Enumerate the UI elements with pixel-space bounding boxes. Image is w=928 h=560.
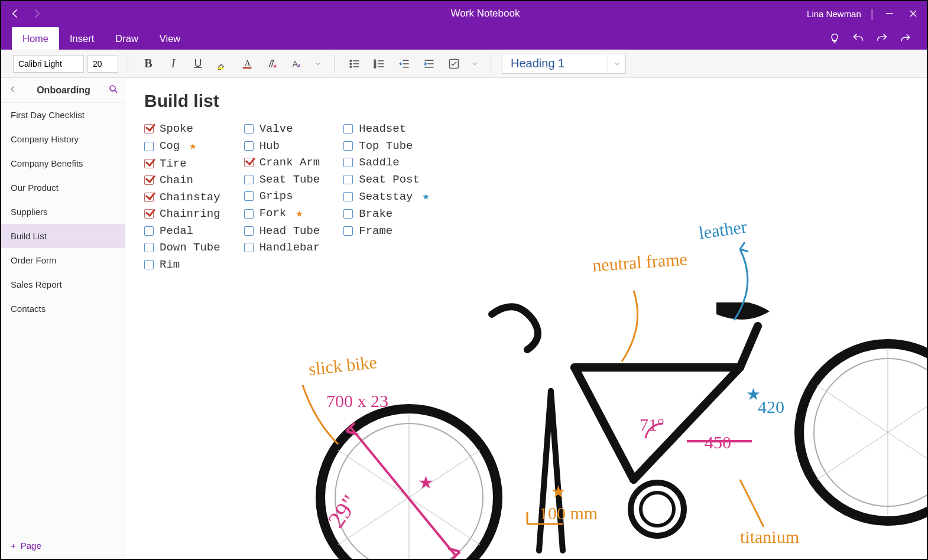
checklist-item[interactable]: Frame <box>343 223 429 240</box>
heading-style-select[interactable]: Heading 1 <box>502 54 608 74</box>
checklist-label: Chainstay <box>160 189 220 206</box>
paragraph-more-button[interactable] <box>468 54 481 74</box>
format-more-button[interactable] <box>312 54 325 74</box>
font-color-button[interactable]: A <box>237 54 258 74</box>
checkbox[interactable] <box>144 226 154 236</box>
checklist-item[interactable]: Hub <box>244 138 320 155</box>
section-title[interactable]: Onboarding <box>24 85 103 96</box>
share-button[interactable] <box>894 27 917 50</box>
underline-button[interactable]: U <box>187 54 209 74</box>
checklist-label: Valve <box>259 121 293 138</box>
checklist-item[interactable]: Crank Arm <box>244 154 320 171</box>
checkbox[interactable] <box>343 209 353 219</box>
checklist[interactable]: SpokeCog★TireChainChainstayChainringPeda… <box>144 121 430 273</box>
italic-button[interactable]: I <box>163 54 184 74</box>
numbered-list-button[interactable]: 123 <box>369 54 390 74</box>
checklist-item[interactable]: Seat Post <box>343 171 429 188</box>
checkbox[interactable] <box>144 209 154 219</box>
todo-tag-button[interactable] <box>443 54 465 74</box>
checkbox[interactable] <box>244 226 254 236</box>
checklist-item[interactable]: Tire <box>144 155 220 172</box>
checkbox[interactable] <box>244 141 254 151</box>
close-button[interactable] <box>903 4 923 24</box>
back-button[interactable] <box>5 3 26 24</box>
checkbox[interactable] <box>144 193 154 202</box>
font-name-input[interactable] <box>13 55 84 73</box>
undo-button[interactable] <box>846 27 870 50</box>
checkbox[interactable] <box>244 209 254 219</box>
tab-insert[interactable]: Insert <box>59 27 105 50</box>
checklist-item[interactable]: Pedal <box>144 223 220 240</box>
checklist-item[interactable]: Seat Tube <box>244 171 320 188</box>
checklist-item[interactable]: Handlebar <box>244 239 320 256</box>
tab-draw[interactable]: Draw <box>105 27 149 50</box>
checklist-item[interactable]: Cog★ <box>144 138 220 155</box>
checklist-item[interactable]: Head Tube <box>244 223 320 240</box>
user-name[interactable]: Lina Newman <box>807 9 861 19</box>
page-item[interactable]: Contacts <box>1 297 125 321</box>
page-title[interactable]: Build list <box>144 91 219 111</box>
checkbox[interactable] <box>343 175 353 184</box>
clear-formatting-button[interactable] <box>262 54 283 74</box>
add-page-button[interactable]: + Page <box>1 532 125 559</box>
checkbox[interactable] <box>244 243 254 252</box>
checklist-item[interactable]: Rim <box>144 256 220 274</box>
checkbox[interactable] <box>244 191 254 201</box>
checkbox[interactable] <box>343 158 353 167</box>
checklist-item[interactable]: Down Tube <box>144 239 220 256</box>
checklist-item[interactable]: Chain <box>144 172 220 189</box>
page-item[interactable]: Order Form <box>1 248 125 272</box>
checkbox[interactable] <box>244 158 254 167</box>
highlight-button[interactable] <box>212 54 233 74</box>
outdent-button[interactable] <box>394 54 415 74</box>
page-item[interactable]: Company Benefits <box>1 151 125 175</box>
forward-button[interactable] <box>26 3 47 24</box>
section-back-button[interactable] <box>7 85 19 96</box>
checklist-label: Frame <box>359 223 392 240</box>
search-icon[interactable] <box>108 84 119 96</box>
page-item[interactable]: Sales Report <box>1 272 125 297</box>
checklist-item[interactable]: Spoke <box>144 121 220 138</box>
bullet-list-button[interactable] <box>344 54 365 74</box>
checkbox[interactable] <box>144 260 154 269</box>
checkbox[interactable] <box>244 175 254 184</box>
page-item[interactable]: Build List <box>1 224 125 248</box>
checkbox[interactable] <box>144 159 154 168</box>
checkbox[interactable] <box>144 175 154 185</box>
checklist-item[interactable]: Chainring <box>144 206 220 223</box>
checklist-item[interactable]: Fork★ <box>244 205 320 223</box>
checklist-item[interactable]: Brake <box>343 206 429 223</box>
page-item[interactable]: Company History <box>1 127 125 151</box>
note-canvas[interactable]: Build list SpokeCog★TireChainChainstayCh… <box>125 78 927 559</box>
checkbox[interactable] <box>144 142 154 151</box>
bike-illustration <box>303 302 927 559</box>
checklist-item[interactable]: Grips <box>244 188 320 205</box>
checkbox[interactable] <box>144 243 154 252</box>
checkbox[interactable] <box>343 141 353 151</box>
tab-home[interactable]: Home <box>12 27 59 50</box>
minimize-button[interactable] <box>880 4 900 24</box>
indent-button[interactable] <box>418 54 440 74</box>
bold-button[interactable]: B <box>138 54 159 74</box>
page-item[interactable]: First Day Checklist <box>1 103 125 127</box>
tab-view[interactable]: View <box>149 27 191 50</box>
checklist-item[interactable]: Chainstay <box>144 189 220 206</box>
heading-style-dropdown[interactable] <box>608 54 626 74</box>
checklist-item[interactable]: Valve <box>244 121 320 138</box>
checkbox[interactable] <box>343 226 353 236</box>
page-item[interactable]: Our Product <box>1 175 125 200</box>
redo-button[interactable] <box>870 27 894 50</box>
font-size-input[interactable] <box>87 55 118 73</box>
checkbox[interactable] <box>343 192 353 201</box>
svg-line-48 <box>740 326 758 367</box>
lightbulb-icon[interactable] <box>823 27 846 50</box>
checklist-item[interactable]: Top Tube <box>343 138 429 155</box>
checkbox[interactable] <box>244 124 254 134</box>
checklist-item[interactable]: Headset <box>343 121 429 138</box>
checklist-item[interactable]: Seatstay★ <box>343 188 429 206</box>
page-item[interactable]: Suppliers <box>1 200 125 224</box>
checkbox[interactable] <box>144 124 154 134</box>
checklist-item[interactable]: Saddle <box>343 154 429 171</box>
text-styles-button[interactable]: Aa <box>287 54 308 74</box>
checkbox[interactable] <box>343 124 353 134</box>
